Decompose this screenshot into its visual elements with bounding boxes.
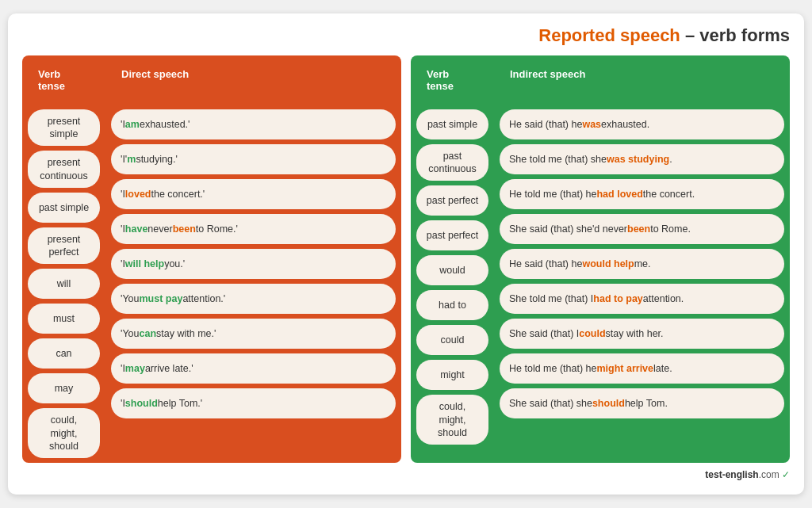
direct-speech-cell: 'I may arrive late.'	[111, 353, 396, 384]
direct-tense-cell: may	[28, 373, 100, 403]
indirect-tense-cell: could, might, should	[416, 395, 488, 445]
direct-speech-cell: 'I'm studying.'	[111, 144, 396, 174]
indirect-verb-tense-header: Verb tense	[419, 62, 486, 98]
indirect-tense-cell: past simple	[416, 109, 488, 139]
direct-tense-cell: present continuous	[28, 151, 100, 188]
direct-speech-cell: 'You must pay attention.'	[111, 284, 396, 314]
indirect-table-inner: past simplepast continuouspast perfectpa…	[411, 105, 790, 449]
indirect-tense-cell: past perfect	[416, 220, 488, 250]
direct-speech-cell: 'You can stay with me.'	[111, 319, 396, 349]
direct-tense-cell: could, might, should	[28, 408, 100, 458]
direct-speech-header: Direct speech	[113, 62, 393, 86]
indirect-tense-cell: past continuous	[416, 144, 488, 181]
checkmark-icon: ✓	[782, 469, 790, 480]
indirect-tense-column: past simplepast continuouspast perfectpa…	[411, 105, 494, 449]
indirect-speech-cell: He said (that) he was exhausted.	[500, 109, 784, 139]
direct-tense-column: present simplepresent continuouspast sim…	[22, 105, 105, 463]
indirect-tense-cell: would	[416, 255, 488, 285]
indirect-speech-cell: He said (that) he would help me.	[500, 249, 784, 279]
indirect-tense-cell: could	[416, 325, 488, 355]
direct-tense-cell: present perfect	[28, 227, 100, 265]
direct-tense-cell: must	[28, 304, 100, 334]
indirect-speech-cell: She told me (that) I had to pay attentio…	[500, 284, 784, 314]
indirect-speech-cell: She said (that) I could stay with her.	[500, 319, 784, 349]
direct-speech-cell: 'I will help you.'	[111, 249, 396, 279]
direct-speech-cell: 'I am exhausted.'	[111, 109, 396, 139]
direct-speech-table: Verb tense Direct speech present simplep…	[22, 55, 401, 463]
direct-tense-cell: will	[28, 269, 100, 299]
indirect-speech-cell: She said (that) she'd never been to Rome…	[500, 214, 784, 244]
site-name: test-english	[705, 469, 758, 480]
direct-tense-cell: can	[28, 338, 100, 369]
indirect-speech-header: Indirect speech	[502, 62, 782, 86]
direct-tense-cell: past simple	[28, 193, 100, 223]
direct-speech-cell: 'I loved the concert.'	[111, 179, 396, 209]
direct-verb-tense-header: Verb tense	[30, 62, 98, 98]
indirect-tense-cell: past perfect	[416, 185, 488, 216]
tables-wrapper: Verb tense Direct speech present simplep…	[22, 55, 790, 463]
direct-tense-cell: present simple	[28, 109, 100, 147]
indirect-speech-cell: He told me (that) he might arrive late.	[500, 353, 784, 384]
indirect-tense-cell: might	[416, 360, 488, 390]
footer: test-english.com ✓	[22, 469, 790, 480]
indirect-speech-table: Verb tense Indirect speech past simplepa…	[411, 55, 790, 463]
direct-speech-cell: 'I should help Tom.'	[111, 388, 396, 418]
indirect-speech-cell: She told me (that) she was studying.	[500, 144, 784, 174]
indirect-speech-cell: She said (that) she should help Tom.	[500, 388, 784, 418]
page-title: Reported speech – verb forms	[22, 25, 790, 46]
indirect-tense-cell: had to	[416, 290, 488, 320]
direct-speech-column: 'I am exhausted.''I'm studying.''I loved…	[105, 105, 401, 463]
indirect-speech-cell: He told me (that) he had loved the conce…	[500, 179, 784, 209]
direct-speech-cell: 'I have never been to Rome.'	[111, 214, 396, 244]
main-card: Reported speech – verb forms Verb tense …	[8, 13, 804, 495]
site-tld: .com	[759, 469, 779, 480]
indirect-speech-column: He said (that) he was exhausted.She told…	[494, 105, 790, 449]
direct-table-inner: present simplepresent continuouspast sim…	[22, 105, 401, 463]
